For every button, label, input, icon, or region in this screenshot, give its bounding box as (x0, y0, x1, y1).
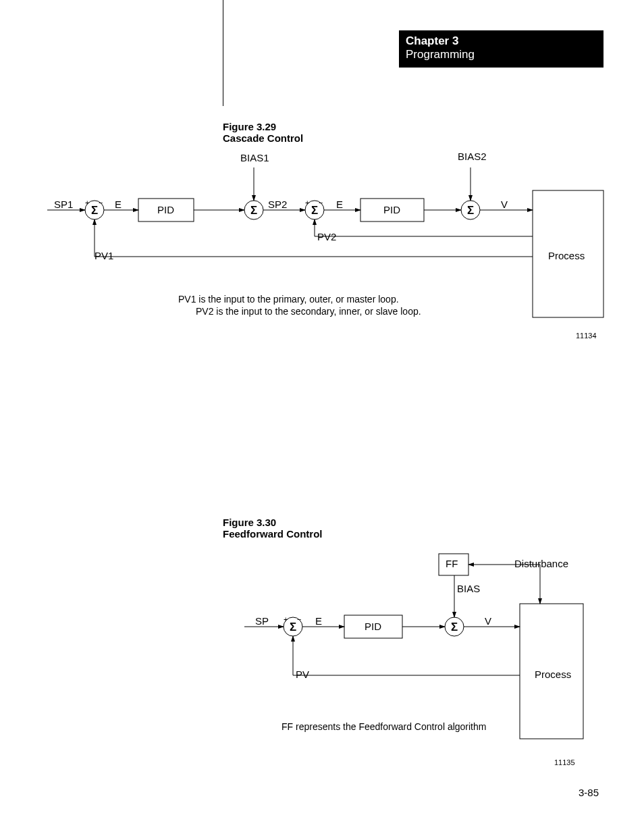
fig2-process: Process (535, 669, 571, 680)
fig2-image-id: 11135 (554, 758, 575, 766)
fig2-pv: PV (296, 669, 309, 680)
svg-text:Σ: Σ (290, 621, 296, 633)
fig2-disturbance: Disturbance (514, 558, 568, 569)
page-number: 3-85 (579, 787, 599, 798)
fig2-pid: PID (365, 621, 381, 632)
figure2-diagram: Σ Σ + − (0, 0, 644, 834)
fig2-bias: BIAS (457, 583, 480, 594)
svg-text:+: + (284, 615, 288, 623)
fig2-sp: SP (255, 615, 269, 627)
svg-text:−: − (297, 615, 301, 623)
fig2-e: E (315, 615, 322, 627)
fig2-ff: FF (446, 558, 458, 569)
fig2-note1: FF represents the Feedforward Control al… (281, 721, 486, 732)
svg-text:Σ: Σ (451, 621, 458, 633)
fig2-v: V (485, 615, 491, 627)
